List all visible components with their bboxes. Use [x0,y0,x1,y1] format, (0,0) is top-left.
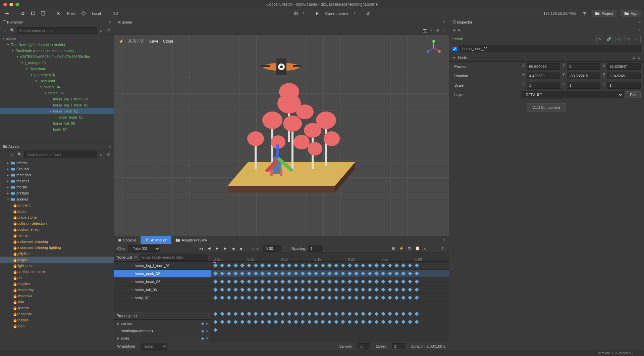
asset-item[interactable]: 🔥custom-effect [0,226,114,232]
sort-icon[interactable]: ↓↑ [9,152,15,158]
keyframe-diamond[interactable] [314,296,318,300]
speed-input[interactable] [392,343,405,349]
keyframe-diamond[interactable] [321,263,325,268]
asset-item[interactable]: 🔥tangents [0,311,114,317]
keyframe-diamond[interactable] [341,271,345,276]
keyframe-diamond[interactable] [301,312,305,316]
keyframe-diamond[interactable] [327,296,332,300]
tab-animation[interactable]: ⚡Animation [141,236,171,244]
keyframe-diamond[interactable] [321,271,325,276]
hierarchy-node[interactable]: horse_head_05 [0,114,114,120]
local-icon[interactable] [80,10,87,17]
hierarchy-node[interactable]: ▼RootNode [0,66,114,72]
keyframe-diamond[interactable] [280,320,285,324]
keyframe-diamond[interactable] [227,320,231,324]
tab-assets-preview[interactable]: Assets Preview [171,236,211,244]
tab-console[interactable]: ▣Console [114,236,141,244]
keyframe-diamond[interactable] [314,287,318,292]
keyframe-diamond[interactable] [334,296,338,300]
keyframe-diamond[interactable] [274,279,278,284]
move-tool-icon[interactable] [3,10,11,17]
rotation-z-input[interactable] [607,73,641,79]
keyframe-diamond[interactable] [254,296,258,300]
keyframe-diamond[interactable] [287,271,291,276]
locate-prefab-icon[interactable]: ⊙ [615,36,622,42]
keyframe-diamond[interactable] [368,296,372,300]
scale-tool-icon[interactable] [39,10,47,17]
keyframe-diamond[interactable] [408,271,412,276]
keyframe-diamond[interactable] [233,296,238,300]
keyframe-diamond[interactable] [267,320,271,324]
rotation-x-input[interactable] [527,73,560,79]
asset-item[interactable]: 🔥instanced-skinning-lighting [0,244,114,251]
timeline-ruler[interactable]: 0-000-050-100-150-200-251-00 [211,253,449,262]
keyframe-diamond[interactable] [368,312,372,316]
keyframe-diamond[interactable] [341,263,345,268]
asset-item[interactable]: 🔥audio [0,208,114,214]
app-button[interactable]: App [621,10,641,17]
keyframe-diamond[interactable] [260,271,265,276]
keyframe-diamond[interactable] [354,312,359,316]
keyframe-row[interactable] [211,318,449,326]
asset-item[interactable]: 🔥ambient [0,202,114,208]
keyframe-diamond[interactable] [233,312,238,316]
keyframe-diamond[interactable] [381,287,385,292]
reload-icon[interactable] [364,10,372,17]
keyframe-diamond[interactable] [254,320,258,324]
keyframe-diamond[interactable] [401,287,406,292]
bolt-icon[interactable]: ⚡ [398,246,405,251]
keyframe-diamond[interactable] [233,263,238,268]
skip-start-icon[interactable]: ⏮ [198,246,204,251]
component-menu-icon[interactable]: ⚙ [637,56,641,60]
scale-x-input[interactable] [527,82,560,89]
keyframe-diamond[interactable] [240,320,245,324]
keyframe-diamond[interactable] [361,320,365,324]
keyframe-diamond[interactable] [220,320,224,324]
keyframe-diamond[interactable] [354,263,359,268]
keyframe-diamond[interactable] [327,271,332,276]
keyframe-diamond[interactable] [213,279,218,284]
keyframe-diamond[interactable] [341,296,345,300]
asset-item[interactable]: 🔥physics [0,281,114,287]
maximize-window-button[interactable] [15,3,19,6]
keyframe-diamond[interactable] [401,279,406,284]
keyframe-diamond[interactable] [354,320,359,324]
keyframe-diamond[interactable] [408,279,412,284]
keyframe-diamond[interactable] [334,271,338,276]
keyframe-diamond[interactable] [274,296,278,300]
keyframe-diamond[interactable] [394,287,399,292]
keyframe-diamond[interactable] [233,320,238,324]
property-row[interactable]: ▶scale◆≡ [114,335,211,342]
hierarchy-node[interactable]: ▼RootNode (gltf orientation matrix) [0,42,114,48]
mode-3d-toggle[interactable]: 3D [111,11,120,15]
spacing-input[interactable] [308,246,322,252]
asset-item[interactable]: 🔥collision-detection [0,220,114,226]
keyframe-diamond[interactable] [260,296,265,300]
asset-item[interactable]: 🔥knight [0,257,114,263]
keyframe-diamond[interactable] [314,279,318,284]
keyframe-diamond[interactable] [240,271,245,276]
keyframe-diamond[interactable] [374,279,379,284]
keyframe-diamond[interactable] [401,320,406,324]
keyframe-diamond[interactable] [227,271,231,276]
asset-item[interactable]: 🔥light-pass [0,263,114,269]
keyframe-diamond[interactable] [314,320,318,324]
keyframe-row[interactable] [211,310,449,318]
keyframe-diamond[interactable] [321,296,325,300]
hierarchy-node[interactable]: ▼bones_04 [0,84,114,90]
keyframe-diamond[interactable] [240,263,245,268]
keyframe-diamond[interactable] [260,312,265,316]
keyframe-diamond[interactable] [381,320,385,324]
next-frame-icon[interactable]: ▶ [222,246,228,251]
keyframe-diamond[interactable] [374,296,379,300]
property-row[interactable]: rotation(quaternion)◆≡ [114,327,211,335]
keyframe-diamond[interactable] [415,296,419,300]
keyframe-diamond[interactable] [267,263,271,268]
keyframe-diamond[interactable] [388,271,392,276]
animation-node-row[interactable]: ◇body_07 [114,294,211,302]
position-y-input[interactable] [567,63,600,70]
hierarchy-node[interactable]: ▼horse_neck_02 [0,108,114,114]
keyframe-diamond[interactable] [381,263,385,268]
keyframe-diamond[interactable] [388,296,392,300]
keyframe-diamond[interactable] [347,312,352,316]
